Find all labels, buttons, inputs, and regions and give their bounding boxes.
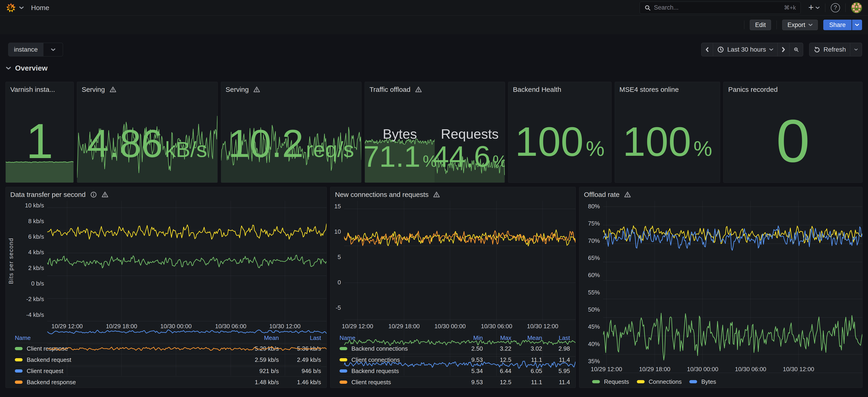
y-axis-tick: 45% bbox=[588, 323, 600, 330]
panel-title[interactable]: MSE4 stores online bbox=[620, 86, 679, 93]
legend-item[interactable]: Bytes bbox=[689, 378, 716, 385]
y-axis-tick: 0 bbox=[338, 279, 341, 286]
edit-button[interactable]: Edit bbox=[750, 20, 771, 30]
org-switcher-chevron-icon[interactable] bbox=[19, 6, 24, 9]
breadcrumb-home[interactable]: Home bbox=[31, 4, 49, 12]
series-color-pill bbox=[15, 380, 23, 384]
warning-icon[interactable] bbox=[110, 86, 116, 93]
legend-item[interactable]: Connections bbox=[637, 378, 682, 385]
y-axis-tick: 2 kb/s bbox=[28, 264, 44, 272]
panel-title[interactable]: New connections and requests bbox=[335, 191, 429, 198]
panel-data-transfer: Data transfer per second Bits per second… bbox=[5, 187, 327, 388]
search-box[interactable]: ⌘+k bbox=[640, 2, 801, 14]
dashboard-grid: Varnish insta... 1 Serving 4.86kB/s bbox=[0, 73, 868, 397]
chevron-down-icon bbox=[808, 24, 812, 26]
divider bbox=[845, 3, 846, 12]
x-axis-tick: 10/30 00:00 bbox=[687, 366, 718, 373]
panel-title[interactable]: Serving bbox=[82, 86, 105, 93]
add-new-button[interactable]: + bbox=[808, 4, 819, 12]
stat-value: 71.1 bbox=[365, 142, 421, 171]
variable-label: instance bbox=[8, 43, 43, 56]
warning-icon[interactable] bbox=[624, 191, 631, 198]
time-series-plot[interactable] bbox=[603, 201, 862, 364]
help-icon[interactable]: ? bbox=[831, 3, 840, 12]
legend-value: 1.46 kb/s bbox=[279, 376, 321, 388]
zoom-out-button[interactable] bbox=[789, 43, 803, 56]
share-button-group: Share bbox=[823, 20, 862, 30]
chevron-down-icon bbox=[6, 66, 11, 70]
warning-icon[interactable] bbox=[433, 191, 440, 198]
y-axis-tick: 6 kb/s bbox=[28, 233, 44, 240]
user-avatar[interactable] bbox=[851, 2, 862, 13]
y-axis-tick: -2 kb/s bbox=[26, 295, 44, 303]
time-shift-back-button[interactable] bbox=[701, 43, 713, 56]
stat-unit: % bbox=[693, 138, 712, 159]
y-axis-tick: 15 bbox=[334, 203, 341, 210]
x-axis-tick: 10/30 00:00 bbox=[434, 323, 466, 330]
search-input[interactable] bbox=[654, 4, 781, 11]
export-button[interactable]: Export bbox=[782, 20, 818, 30]
legend-value: 9.53 bbox=[448, 376, 483, 388]
row-overview-toggle[interactable]: Overview bbox=[6, 63, 862, 73]
y-axis-tick: 70% bbox=[588, 237, 600, 244]
warning-icon[interactable] bbox=[253, 86, 260, 93]
panel-title[interactable]: Varnish insta... bbox=[10, 86, 55, 93]
legend-value: 11.4 bbox=[542, 376, 570, 388]
chevron-down-icon bbox=[769, 48, 773, 51]
y-axis-tick: 55% bbox=[588, 289, 600, 296]
zoom-out-icon bbox=[794, 46, 799, 53]
y-axis-tick: -4 kb/s bbox=[26, 311, 44, 318]
stat-unit: req/s bbox=[306, 139, 354, 160]
panel-backend-health: Backend Health 100% bbox=[508, 82, 612, 183]
y-axis: 151050-5 bbox=[331, 201, 344, 321]
panel-title[interactable]: Serving bbox=[226, 86, 249, 93]
top-navigation: Home ⌘+k + ? bbox=[0, 0, 868, 16]
panel-title[interactable]: Backend Health bbox=[513, 86, 561, 93]
stat-label: Bytes bbox=[383, 126, 417, 142]
refresh-controls: Refresh bbox=[809, 43, 862, 56]
info-icon[interactable] bbox=[90, 191, 97, 198]
chevron-right-icon bbox=[782, 47, 785, 52]
panel-title[interactable]: Offload rate bbox=[584, 191, 620, 198]
stat-value: 0 bbox=[776, 111, 810, 171]
y-axis-tick: 8 kb/s bbox=[28, 218, 44, 225]
legend-row-name[interactable]: Client requests bbox=[340, 376, 448, 388]
warning-icon[interactable] bbox=[101, 191, 108, 198]
share-button[interactable]: Share bbox=[823, 20, 851, 30]
y-axis-tick: 60% bbox=[588, 272, 600, 279]
share-menu-button[interactable] bbox=[851, 20, 862, 30]
stat-value: 1 bbox=[26, 116, 53, 165]
panel-title[interactable]: Traffic offload bbox=[369, 86, 410, 93]
stat-value: 100 bbox=[515, 121, 584, 162]
variable-value-dropdown[interactable] bbox=[43, 43, 63, 56]
grafana-logo-icon[interactable] bbox=[6, 3, 16, 13]
legend-item[interactable]: Requests bbox=[592, 378, 629, 385]
stat-value: 100 bbox=[623, 121, 691, 162]
time-series-plot[interactable] bbox=[344, 201, 576, 321]
legend-row-name[interactable]: Backend response bbox=[15, 376, 236, 388]
y-axis: 80%75%70%65%60%55%50%45%40%35% bbox=[579, 201, 603, 364]
time-series-plot[interactable] bbox=[47, 201, 327, 321]
x-axis-tick: 10/30 06:00 bbox=[735, 366, 766, 373]
time-range-picker[interactable]: Last 30 hours bbox=[713, 43, 778, 56]
divider bbox=[776, 21, 777, 29]
panel-title[interactable]: Panics recorded bbox=[728, 86, 778, 93]
series-color-pill bbox=[15, 347, 23, 350]
y-axis: 10 kb/s8 kb/s6 kb/s4 kb/s2 kb/s0 b/s-2 k… bbox=[16, 201, 47, 321]
warning-icon[interactable] bbox=[415, 86, 422, 93]
variable-picker-instance: instance bbox=[8, 43, 63, 56]
refresh-interval-dropdown[interactable] bbox=[850, 43, 862, 56]
refresh-button[interactable]: Refresh bbox=[809, 43, 850, 56]
y-axis-tick: 0 b/s bbox=[31, 280, 44, 287]
stat-value: 10.2 bbox=[228, 124, 304, 163]
x-axis: 10/29 12:0010/29 18:0010/30 00:0010/30 0… bbox=[579, 364, 862, 375]
panel-title[interactable]: Data transfer per second bbox=[10, 191, 86, 198]
chevron-down-icon bbox=[855, 24, 859, 26]
series-color-pill bbox=[15, 358, 23, 361]
x-axis-tick: 10/30 12:00 bbox=[527, 323, 558, 330]
series-color-pill bbox=[592, 380, 600, 383]
time-shift-forward-button[interactable] bbox=[778, 43, 789, 56]
panel-traffic-offload: Traffic offload Bytes 71.1% Requests bbox=[365, 82, 505, 183]
x-axis-tick: 10/30 06:00 bbox=[481, 323, 512, 330]
chevron-down-icon bbox=[51, 48, 56, 51]
